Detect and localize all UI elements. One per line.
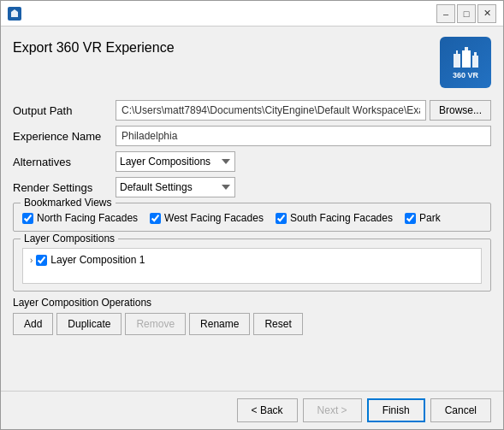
checkbox-north-facing[interactable]: North Facing Facades [22, 212, 138, 224]
minimize-button[interactable]: – [436, 4, 455, 23]
render-settings-control: Default Settings [116, 177, 491, 197]
title-bar-controls: – □ ✕ [436, 4, 496, 23]
layer-list: › Layer Composition 1 [22, 248, 482, 284]
expand-arrow-icon[interactable]: › [30, 256, 33, 265]
svg-rect-5 [465, 47, 468, 50]
experience-name-input[interactable] [116, 126, 491, 146]
back-button[interactable]: < Back [237, 398, 298, 422]
checkbox-west-facing-input[interactable] [150, 213, 161, 224]
close-button[interactable]: ✕ [477, 4, 496, 23]
title-bar: – □ ✕ [1, 1, 503, 27]
checkbox-west-facing-label: West Facing Facades [164, 212, 264, 224]
svg-rect-4 [462, 50, 471, 68]
checkbox-south-facing-label: South Facing Facades [290, 212, 393, 224]
reset-button[interactable]: Reset [253, 313, 302, 335]
badge-label: 360 VR [453, 71, 478, 80]
layer-comp-1-label: Layer Composition 1 [50, 254, 145, 266]
experience-name-label: Experience Name [13, 130, 116, 143]
bookmarked-views-checkboxes: North Facing Facades West Facing Facades… [22, 212, 482, 224]
browse-button[interactable]: Browse... [430, 100, 491, 121]
render-settings-row: Render Settings Default Settings [13, 177, 491, 197]
add-button[interactable]: Add [13, 313, 53, 335]
layer-compositions-title: Layer Compositions [21, 233, 118, 244]
list-item: › Layer Composition 1 [27, 252, 477, 268]
alternatives-row: Alternatives Layer Compositions [13, 151, 491, 172]
layer-composition-operations: Layer Composition Operations Add Duplica… [13, 297, 491, 335]
checkbox-north-facing-input[interactable] [22, 213, 33, 224]
svg-rect-3 [456, 50, 458, 54]
output-path-input[interactable] [116, 100, 426, 121]
output-path-control: Browse... [116, 100, 491, 121]
checkbox-park[interactable]: Park [405, 212, 441, 224]
duplicate-button[interactable]: Duplicate [56, 313, 122, 335]
footer: < Back Next > Finish Cancel [1, 391, 503, 429]
vr-badge: 360 VR [440, 37, 491, 88]
restore-button[interactable]: □ [457, 4, 476, 23]
content-area: Export 360 VR Experience 360 VR Output P… [1, 27, 503, 391]
svg-rect-2 [454, 54, 460, 68]
next-button[interactable]: Next > [303, 398, 362, 422]
dialog-title: Export 360 VR Experience [13, 40, 175, 56]
title-bar-left [8, 7, 21, 21]
operations-buttons: Add Duplicate Remove Rename Reset [13, 313, 491, 335]
output-path-label: Output Path [13, 104, 116, 117]
layer-comp-1-checkbox[interactable] [36, 255, 47, 266]
checkbox-park-input[interactable] [405, 213, 416, 224]
app-icon [8, 7, 21, 21]
output-path-row: Output Path Browse... [13, 100, 491, 121]
alternatives-control: Layer Compositions [116, 151, 491, 172]
bookmarked-views-group: Bookmarked Views North Facing Facades We… [13, 203, 491, 232]
remove-button[interactable]: Remove [125, 313, 186, 335]
svg-rect-7 [474, 52, 477, 56]
alternatives-select[interactable]: Layer Compositions [116, 151, 235, 172]
experience-name-row: Experience Name [13, 126, 491, 146]
header-row: Export 360 VR Experience 360 VR [13, 37, 491, 88]
render-settings-select[interactable]: Default Settings [116, 177, 235, 197]
checkbox-north-facing-label: North Facing Facades [37, 212, 138, 224]
experience-name-control [116, 126, 491, 146]
finish-button[interactable]: Finish [367, 398, 425, 422]
rename-button[interactable]: Rename [189, 313, 250, 335]
checkbox-west-facing[interactable]: West Facing Facades [150, 212, 264, 224]
checkbox-south-facing[interactable]: South Facing Facades [276, 212, 393, 224]
operations-title: Layer Composition Operations [13, 297, 491, 309]
cancel-button[interactable]: Cancel [430, 398, 491, 422]
layer-compositions-group: Layer Compositions › Layer Composition 1 [13, 239, 491, 292]
city-icon [452, 45, 479, 69]
checkbox-south-facing-input[interactable] [276, 213, 287, 224]
bookmarked-views-title: Bookmarked Views [21, 197, 116, 209]
checkbox-park-label: Park [419, 212, 441, 224]
render-settings-label: Render Settings [13, 181, 116, 194]
main-window: – □ ✕ Export 360 VR Experience 360 VR [0, 0, 504, 430]
alternatives-label: Alternatives [13, 156, 116, 168]
form-section: Output Path Browse... Experience Name Al… [13, 100, 491, 384]
svg-rect-6 [472, 56, 478, 68]
